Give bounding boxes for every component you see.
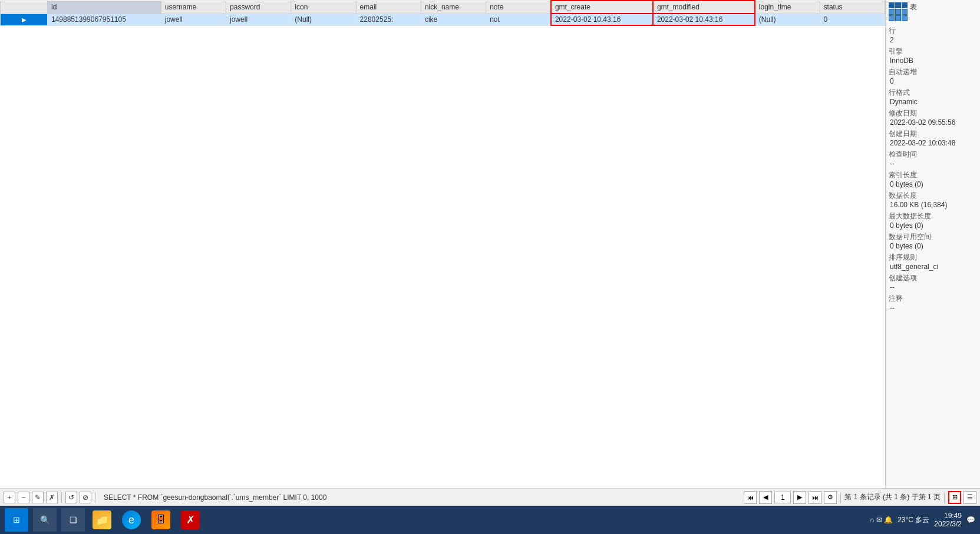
info-label: 行 xyxy=(889,26,978,36)
info-section: 引擎InnoDB xyxy=(889,47,978,65)
refresh-button[interactable]: ↺ xyxy=(65,492,77,503)
taskbar-right: ⌂ ✉ 🔔 23°C 多云 19:49 2022/3/2 💬 xyxy=(870,512,975,528)
list-view-button[interactable]: ☰ xyxy=(963,491,976,504)
sql-display: SELECT * FROM `geesun-dongbaomall`.`ums_… xyxy=(104,493,741,502)
next-page-button[interactable]: ▶ xyxy=(793,491,806,504)
info-value: 0 bytes (0) xyxy=(889,242,978,250)
row-indicator-cell: ▶ xyxy=(1,14,48,25)
info-label: 数据可用空间 xyxy=(889,232,978,242)
info-label: 引擎 xyxy=(889,47,978,57)
table-row[interactable]: ▶1498851399067951105jowelljowell(Null)22… xyxy=(1,14,885,25)
separator xyxy=(61,492,62,503)
grid-cell xyxy=(902,9,908,15)
info-value: 2022-03-02 10:03:48 xyxy=(889,139,978,147)
info-section: 创建选项-- xyxy=(889,273,978,291)
col-header-username[interactable]: username xyxy=(161,1,226,14)
info-value: 16.00 KB (16,384) xyxy=(889,201,978,209)
info-section: 创建日期2022-03-02 10:03:48 xyxy=(889,129,978,147)
info-section: 自动递增0 xyxy=(889,67,978,85)
taskbar: ⊞ 🔍 ❏ 📁 e 🗄 ✗ ⌂ ✉ 🔔 23°C 多云 19:49 2022/3… xyxy=(0,506,980,534)
grid-cell xyxy=(889,15,895,21)
col-header-login_time[interactable]: login_time xyxy=(755,1,820,14)
info-value: utf8_general_ci xyxy=(889,263,978,271)
edit-row-button[interactable]: ✎ xyxy=(32,492,44,503)
data-area[interactable]: id username password icon email nick_nam… xyxy=(0,0,886,506)
start-button[interactable]: ⊞ xyxy=(5,508,28,532)
cell-username: jowell xyxy=(161,14,226,25)
info-label: 创建日期 xyxy=(889,129,978,139)
cancel-button[interactable]: ✗ xyxy=(46,492,58,503)
col-header-note[interactable]: note xyxy=(486,1,551,14)
pagination-info: 第 1 条记录 (共 1 条) 于第 1 页 xyxy=(844,492,941,502)
grid-cell xyxy=(895,15,901,21)
col-header-password[interactable]: password xyxy=(226,1,291,14)
weather-info: 23°C 多云 xyxy=(897,515,929,525)
col-header-nick_name[interactable]: nick_name xyxy=(421,1,486,14)
main-container: id username password icon email nick_nam… xyxy=(0,0,980,506)
info-label: 检查时间 xyxy=(889,150,978,160)
search-button[interactable]: 🔍 xyxy=(33,508,57,532)
col-header-status[interactable]: status xyxy=(820,1,885,14)
col-header-gmt_modified[interactable]: gmt_modified xyxy=(653,1,755,14)
col-header-gmt_create[interactable]: gmt_create xyxy=(551,1,653,14)
clock-time: 19:49 xyxy=(934,512,962,520)
grid-cell xyxy=(902,2,908,8)
info-value: -- xyxy=(889,160,978,168)
last-page-button[interactable]: ⏭ xyxy=(809,491,821,504)
right-panel-top: 表 xyxy=(889,2,978,21)
first-page-button[interactable]: ⏮ xyxy=(744,491,757,504)
cell-email: 22802525: xyxy=(356,14,421,25)
info-section: 数据长度16.00 KB (16,384) xyxy=(889,191,978,209)
taskbar-app-file-explorer[interactable]: 📁 xyxy=(90,508,114,532)
grid-cell xyxy=(889,2,895,8)
remove-row-button[interactable]: − xyxy=(18,492,29,503)
row-indicator-header xyxy=(1,1,48,14)
stop-button[interactable]: ⊘ xyxy=(80,492,91,503)
settings-button[interactable]: ⚙ xyxy=(824,491,837,504)
col-header-icon[interactable]: icon xyxy=(291,1,356,14)
taskbar-app-orange[interactable]: 🗄 xyxy=(149,508,173,532)
info-section: 排序规则utf8_general_ci xyxy=(889,253,978,271)
task-view-button[interactable]: ❏ xyxy=(61,508,85,532)
info-section: 行格式Dynamic xyxy=(889,88,978,106)
col-header-email[interactable]: email xyxy=(356,1,421,14)
cell-note: not xyxy=(486,14,551,25)
page-number-input[interactable] xyxy=(774,492,791,503)
col-header-id[interactable]: id xyxy=(48,1,161,14)
info-label: 数据长度 xyxy=(889,191,978,201)
info-section: 检查时间-- xyxy=(889,150,978,168)
add-row-button[interactable]: + xyxy=(4,492,15,503)
right-panel: 表 行2引擎InnoDB自动递增0行格式Dynamic修改日期2022-03-0… xyxy=(886,0,980,506)
grid-cell xyxy=(895,2,901,8)
taskbar-app-red[interactable]: ✗ xyxy=(178,508,203,532)
separator3 xyxy=(840,492,841,503)
info-value: 0 bytes (0) xyxy=(889,221,978,230)
info-value: 2022-03-02 09:55:56 xyxy=(889,118,978,127)
info-section: 修改日期2022-03-02 09:55:56 xyxy=(889,108,978,127)
notification-icon[interactable]: 💬 xyxy=(966,516,975,524)
prev-page-button[interactable]: ◀ xyxy=(759,491,772,504)
toolbar-right: ⏮ ◀ ▶ ⏭ ⚙ 第 1 条记录 (共 1 条) 于第 1 页 ⊞ ☰ xyxy=(744,491,976,504)
info-label: 自动递增 xyxy=(889,67,978,77)
separator4 xyxy=(944,492,945,503)
info-value: 2 xyxy=(889,36,978,44)
info-label: 行格式 xyxy=(889,88,978,98)
info-value: Dynamic xyxy=(889,98,978,106)
cell-login_time: (Null) xyxy=(755,14,820,25)
cell-status: 0 xyxy=(820,14,885,25)
grid-view-button[interactable]: ⊞ xyxy=(948,491,961,504)
info-label: 最大数据长度 xyxy=(889,211,978,221)
info-label: 注释 xyxy=(889,294,978,304)
taskbar-app-browser[interactable]: e xyxy=(119,508,144,532)
data-table: id username password icon email nick_nam… xyxy=(0,0,885,26)
table-name-label: 表 xyxy=(910,2,917,12)
info-label: 索引长度 xyxy=(889,170,978,180)
info-section: 最大数据长度0 bytes (0) xyxy=(889,211,978,230)
info-label: 排序规则 xyxy=(889,253,978,263)
cell-gmt_create: 2022-03-02 10:43:16 xyxy=(551,14,653,25)
cell-gmt_modified: 2022-03-02 10:43:16 xyxy=(653,14,755,25)
info-label: 创建选项 xyxy=(889,273,978,283)
table-icon xyxy=(889,2,908,21)
info-value: 0 bytes (0) xyxy=(889,180,978,188)
taskbar-clock: 19:49 2022/3/2 xyxy=(934,512,962,528)
